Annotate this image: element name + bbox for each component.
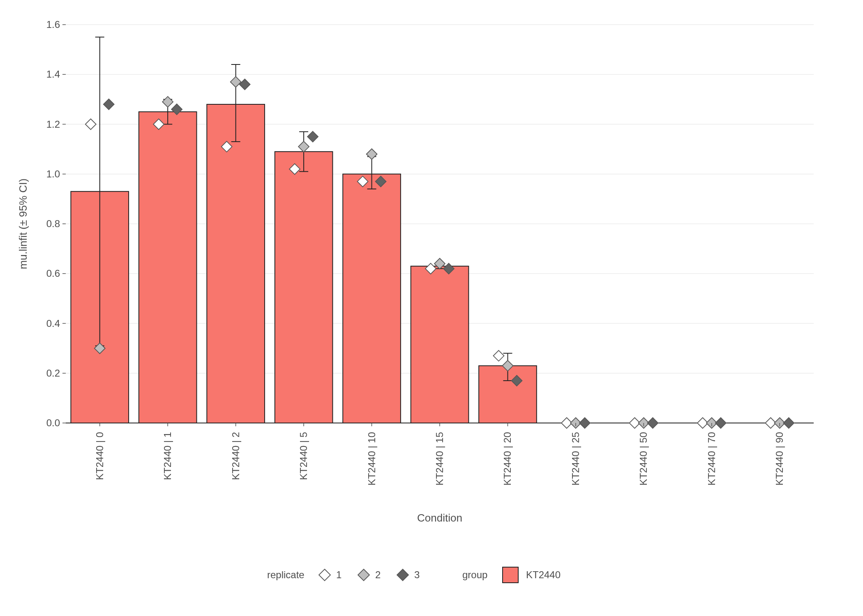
x-tick-label: KT2440 | 2 [230, 432, 241, 480]
legend-replicate-label: 2 [375, 569, 381, 580]
y-tick-label: 1.4 [46, 69, 60, 80]
y-tick-label: 1.0 [46, 168, 60, 179]
y-tick-label: 0.4 [46, 318, 60, 329]
x-tick-label: KT2440 | 5 [298, 432, 309, 480]
bar [275, 152, 333, 423]
legend-diamond-icon [397, 569, 408, 581]
x-tick-label: KT2440 | 0 [94, 432, 105, 480]
y-axis-title: mu.linfit (± 95% CI) [17, 179, 29, 269]
x-tick-label: KT2440 | 10 [366, 432, 377, 485]
y-tick-label: 0.2 [46, 368, 60, 379]
bar [139, 112, 197, 423]
x-tick-label: KT2440 | 1 [162, 432, 173, 480]
x-tick-label: KT2440 | 25 [570, 432, 581, 485]
x-axis-title: Condition [417, 512, 462, 524]
legend-group-label: KT2440 [526, 569, 561, 580]
bar [411, 266, 469, 423]
x-tick-label: KT2440 | 90 [774, 432, 785, 485]
y-tick-label: 1.2 [46, 119, 60, 130]
bar [343, 174, 401, 423]
legend-group-swatch [503, 567, 518, 583]
chart-canvas: { "chart_data": { "type": "bar", "title"… [0, 0, 863, 616]
bar [207, 104, 265, 423]
legend-group-title: group [462, 569, 487, 580]
x-tick-label: KT2440 | 15 [434, 432, 445, 485]
legend-replicate-label: 3 [414, 569, 420, 580]
legend-replicate-label: 1 [336, 569, 342, 580]
y-tick-label: 1.6 [46, 19, 60, 30]
x-tick-label: KT2440 | 20 [502, 432, 513, 485]
legend-replicate-title: replicate [267, 569, 305, 580]
legend-diamond-icon [319, 569, 330, 581]
x-tick-label: KT2440 | 50 [638, 432, 649, 485]
chart-svg: 0.00.20.40.60.81.01.21.41.6KT2440 | 0KT2… [0, 0, 863, 616]
x-tick-label: KT2440 | 70 [706, 432, 717, 485]
y-tick-label: 0.6 [46, 268, 60, 279]
y-tick-label: 0.0 [46, 417, 60, 428]
legend-diamond-icon [358, 569, 369, 581]
y-tick-label: 0.8 [46, 218, 60, 229]
